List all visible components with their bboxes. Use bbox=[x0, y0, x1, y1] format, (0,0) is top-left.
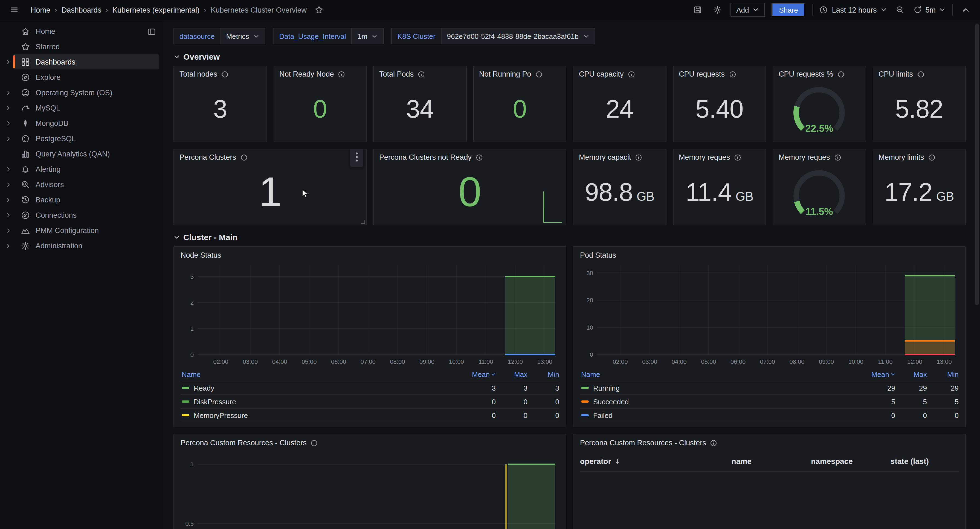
panel-header[interactable]: Percona Custom Resources - Clusters bbox=[580, 439, 959, 447]
info-icon[interactable] bbox=[417, 70, 425, 78]
dashboard-settings-icon[interactable] bbox=[711, 3, 724, 16]
table-header-operator[interactable]: operator bbox=[580, 457, 732, 465]
legend-header-max[interactable]: Max bbox=[895, 370, 927, 378]
sidebar-item-home[interactable]: Home bbox=[0, 24, 164, 39]
breadcrumb-item[interactable]: Kubernetes Cluster Overview bbox=[211, 6, 307, 14]
section-cluster-main[interactable]: Cluster - Main bbox=[173, 232, 966, 242]
sidebar-item-postgresql[interactable]: PostgreSQL bbox=[0, 131, 164, 146]
info-icon[interactable] bbox=[734, 153, 742, 161]
info-icon[interactable] bbox=[338, 70, 345, 78]
legend-series-name[interactable]: Running bbox=[580, 384, 864, 392]
info-icon[interactable] bbox=[221, 70, 229, 78]
time-range-picker[interactable]: Last 12 hours bbox=[819, 5, 887, 14]
info-icon[interactable] bbox=[917, 70, 924, 78]
panel-header[interactable]: CPU capacity bbox=[579, 70, 660, 78]
panel-header[interactable]: Total nodes bbox=[180, 70, 261, 78]
add-button[interactable]: Add bbox=[730, 3, 765, 17]
expand-chevron-icon[interactable] bbox=[3, 212, 13, 218]
sidebar-item-backup[interactable]: Backup bbox=[0, 192, 164, 207]
legend-header-name[interactable]: Name bbox=[580, 370, 864, 378]
info-icon[interactable] bbox=[729, 70, 736, 78]
panel-resize-handle[interactable] bbox=[361, 220, 365, 224]
table-header-state-last-[interactable]: state (last) bbox=[891, 457, 959, 465]
info-icon[interactable] bbox=[535, 70, 543, 78]
expand-chevron-icon[interactable] bbox=[3, 181, 13, 187]
sidebar-item-operating-system-os[interactable]: Operating System (OS) bbox=[0, 85, 164, 100]
legend-series-name[interactable]: MemoryPressure bbox=[181, 411, 464, 419]
info-icon[interactable] bbox=[710, 439, 718, 447]
sidebar-item-advisors[interactable]: Advisors bbox=[0, 177, 164, 192]
legend-series-name[interactable]: Failed bbox=[580, 411, 864, 419]
share-button[interactable]: Share bbox=[771, 3, 805, 17]
sidebar-item-starred[interactable]: Starred bbox=[0, 39, 164, 54]
expand-chevron-icon[interactable] bbox=[3, 120, 13, 126]
breadcrumb-item[interactable]: Dashboards bbox=[62, 6, 102, 14]
info-icon[interactable] bbox=[834, 153, 842, 161]
panel-header[interactable]: Pod Status bbox=[580, 251, 959, 259]
table-header-namespace[interactable]: namespace bbox=[811, 457, 891, 465]
sidebar-item-connections[interactable]: Connections bbox=[0, 207, 164, 222]
expand-chevron-icon[interactable] bbox=[3, 105, 13, 111]
expand-chevron-icon[interactable] bbox=[3, 59, 13, 65]
panel-header[interactable]: Memory reques bbox=[679, 153, 760, 161]
legend-series-name[interactable]: DiskPressure bbox=[181, 397, 464, 406]
legend-header-max[interactable]: Max bbox=[496, 370, 528, 378]
section-overview[interactable]: Overview bbox=[173, 52, 966, 61]
legend-header-name[interactable]: Name bbox=[181, 370, 464, 378]
star-dashboard-icon[interactable] bbox=[312, 3, 325, 16]
sidebar-item-mongodb[interactable]: MongoDB bbox=[0, 116, 164, 131]
save-dashboard-icon[interactable] bbox=[691, 3, 704, 16]
sidebar-item-administration[interactable]: Administration bbox=[0, 238, 164, 253]
scrollbar-thumb[interactable] bbox=[975, 24, 979, 305]
panel-header[interactable]: Percona Clusters bbox=[180, 153, 361, 161]
expand-chevron-icon[interactable] bbox=[3, 227, 13, 234]
breadcrumb-item[interactable]: Kubernetes (experimental) bbox=[113, 6, 199, 14]
info-icon[interactable] bbox=[240, 153, 248, 161]
sidebar-item-pmm-configuration[interactable]: PMM Configuration bbox=[0, 222, 164, 238]
expand-chevron-icon[interactable] bbox=[3, 89, 13, 95]
panel-header[interactable]: CPU limits bbox=[878, 70, 960, 78]
sidebar-item-query-analytics-qan[interactable]: Query Analytics (QAN) bbox=[0, 146, 164, 161]
info-icon[interactable] bbox=[635, 153, 643, 161]
info-icon[interactable] bbox=[628, 70, 635, 78]
dock-menu-icon[interactable] bbox=[145, 25, 158, 38]
legend-header-min[interactable]: Min bbox=[927, 370, 959, 378]
variable-value-dropdown[interactable]: Metrics bbox=[221, 28, 266, 44]
info-icon[interactable] bbox=[310, 439, 318, 447]
sidebar-item-mysql[interactable]: MySQL bbox=[0, 100, 164, 116]
variable-value-dropdown[interactable]: 962e7d00-52f4-4838-88de-2bacaa3af61b bbox=[442, 28, 595, 44]
panel-header[interactable]: Not Running Po bbox=[479, 70, 560, 78]
panel-header[interactable]: Percona Clusters not Ready bbox=[379, 153, 560, 161]
panel-header[interactable]: Memory capacit bbox=[579, 153, 660, 161]
legend-series-name[interactable]: Ready bbox=[181, 384, 464, 392]
expand-chevron-icon[interactable] bbox=[3, 243, 13, 249]
panel-menu-kebab-icon[interactable] bbox=[350, 149, 363, 167]
expand-chevron-icon[interactable] bbox=[3, 166, 13, 172]
panel-header[interactable]: Percona Custom Resources - Clusters bbox=[181, 439, 559, 447]
legend-series-name[interactable]: Succeeded bbox=[580, 397, 864, 406]
info-icon[interactable] bbox=[837, 70, 845, 78]
panel-header[interactable]: Node Status bbox=[181, 251, 559, 259]
legend-header-mean[interactable]: Mean bbox=[464, 370, 496, 378]
panel-header[interactable]: Memory reques bbox=[779, 153, 860, 161]
sidebar-item-explore[interactable]: Explore bbox=[0, 70, 164, 85]
table-header-name[interactable]: name bbox=[732, 457, 811, 465]
panel-header[interactable]: CPU requests bbox=[679, 70, 760, 78]
panel-header[interactable]: Total Pods bbox=[379, 70, 460, 78]
sidebar-item-dashboards[interactable]: Dashboards bbox=[0, 54, 164, 70]
breadcrumb-item[interactable]: Home bbox=[31, 6, 50, 14]
expand-chevron-icon[interactable] bbox=[3, 197, 13, 203]
panel-header[interactable]: Memory limits bbox=[878, 153, 960, 161]
info-icon[interactable] bbox=[928, 153, 935, 161]
hamburger-menu-icon[interactable] bbox=[8, 3, 21, 16]
legend-header-min[interactable]: Min bbox=[528, 370, 559, 378]
expand-chevron-icon[interactable] bbox=[3, 135, 13, 141]
info-icon[interactable] bbox=[476, 153, 483, 161]
variable-value-dropdown[interactable]: 1m bbox=[352, 28, 384, 44]
refresh-picker[interactable]: 5m bbox=[913, 5, 945, 14]
sidebar-item-alerting[interactable]: Alerting bbox=[0, 161, 164, 177]
collapse-navbar-icon[interactable] bbox=[959, 3, 972, 16]
panel-header[interactable]: CPU requests % bbox=[779, 70, 860, 78]
panel-header[interactable]: Not Ready Node bbox=[279, 70, 361, 78]
legend-header-mean[interactable]: Mean bbox=[864, 370, 895, 378]
